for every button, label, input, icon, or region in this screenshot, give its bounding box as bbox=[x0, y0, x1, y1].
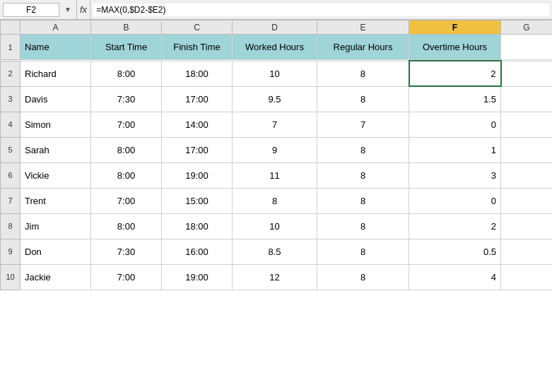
cell-overtime-hours[interactable]: 0 bbox=[409, 188, 501, 213]
row-num-8: 8 bbox=[1, 213, 20, 239]
cell-worked-hours[interactable]: 12 bbox=[233, 264, 317, 290]
col-header-c[interactable]: C bbox=[162, 20, 233, 35]
cell-finish-time[interactable]: 18:00 bbox=[162, 61, 233, 86]
header-name[interactable]: Name bbox=[20, 35, 91, 60]
cell-finish-time[interactable]: 19:00 bbox=[162, 264, 233, 290]
row-num-5: 5 bbox=[1, 137, 20, 162]
cell-start-time[interactable]: 8:00 bbox=[91, 162, 162, 188]
header-worked-hours[interactable]: Worked Hours bbox=[233, 35, 317, 60]
col-header-g[interactable]: G bbox=[501, 20, 553, 35]
cell-name[interactable]: Jackie bbox=[20, 264, 91, 290]
cell-name[interactable]: Jim bbox=[20, 213, 91, 239]
cell-name[interactable]: Sarah bbox=[20, 137, 91, 162]
cell-finish-time[interactable]: 18:00 bbox=[162, 213, 233, 239]
cell-name[interactable]: Richard bbox=[20, 61, 91, 86]
header-finish-time[interactable]: Finish Time bbox=[162, 35, 233, 60]
cell-regular-hours[interactable]: 8 bbox=[317, 162, 409, 188]
name-box[interactable] bbox=[3, 3, 59, 17]
cell-start-time[interactable]: 8:00 bbox=[91, 61, 162, 86]
cell-worked-hours[interactable]: 8 bbox=[233, 188, 317, 213]
col-header-d[interactable]: D bbox=[233, 20, 317, 35]
cell-finish-time[interactable]: 16:00 bbox=[162, 239, 233, 264]
fx-label: fx bbox=[76, 0, 90, 19]
cell-empty bbox=[501, 86, 553, 112]
cell-worked-hours[interactable]: 8.5 bbox=[233, 239, 317, 264]
header-overtime-hours[interactable]: Overtime Hours bbox=[409, 35, 501, 60]
cell-name[interactable]: Don bbox=[20, 239, 91, 264]
cell-overtime-hours[interactable]: 4 bbox=[409, 264, 501, 290]
cell-worked-hours[interactable]: 9.5 bbox=[233, 86, 317, 112]
cell-start-time[interactable]: 7:00 bbox=[91, 112, 162, 137]
cell-regular-hours[interactable]: 8 bbox=[317, 61, 409, 86]
cell-name[interactable]: Davis bbox=[20, 86, 91, 112]
header-row: 1 Name Start Time Finish Time Worked Hou… bbox=[1, 35, 553, 60]
cell-finish-time[interactable]: 15:00 bbox=[162, 188, 233, 213]
spreadsheet: A B C D E F G 1 Name Start Time Finish T… bbox=[0, 20, 552, 290]
cell-overtime-hours[interactable]: 3 bbox=[409, 162, 501, 188]
cell-finish-time[interactable]: 17:00 bbox=[162, 86, 233, 112]
cell-regular-hours[interactable]: 8 bbox=[317, 137, 409, 162]
row-num-2: 2 bbox=[1, 61, 20, 86]
column-header-row: A B C D E F G bbox=[1, 20, 553, 35]
cell-worked-hours[interactable]: 10 bbox=[233, 213, 317, 239]
cell-finish-time[interactable]: 14:00 bbox=[162, 112, 233, 137]
cell-regular-hours[interactable]: 8 bbox=[317, 188, 409, 213]
cell-empty bbox=[501, 137, 553, 162]
cell-name[interactable]: Vickie bbox=[20, 162, 91, 188]
cell-empty bbox=[501, 61, 553, 86]
table-row: 3Davis7:3017:009.581.5 bbox=[1, 86, 553, 112]
cell-start-time[interactable]: 7:30 bbox=[91, 86, 162, 112]
header-regular-hours[interactable]: Regular Hours bbox=[317, 35, 409, 60]
cell-empty bbox=[501, 188, 553, 213]
cell-regular-hours[interactable]: 8 bbox=[317, 213, 409, 239]
row-num-3: 3 bbox=[1, 86, 20, 112]
row-num-4: 4 bbox=[1, 112, 20, 137]
cell-overtime-hours[interactable]: 2 bbox=[409, 213, 501, 239]
header-start-time[interactable]: Start Time bbox=[91, 35, 162, 60]
cell-empty bbox=[501, 112, 553, 137]
cell-start-time[interactable]: 7:00 bbox=[91, 188, 162, 213]
col-header-row bbox=[1, 20, 20, 35]
cell-regular-hours[interactable]: 7 bbox=[317, 112, 409, 137]
cell-overtime-hours[interactable]: 0.5 bbox=[409, 239, 501, 264]
table-row: 2Richard8:0018:001082 bbox=[1, 61, 553, 86]
col-header-e[interactable]: E bbox=[317, 20, 409, 35]
formula-input[interactable]: =MAX(0,$D2-$E2) bbox=[93, 4, 549, 16]
cell-finish-time[interactable]: 17:00 bbox=[162, 137, 233, 162]
cell-name[interactable]: Simon bbox=[20, 112, 91, 137]
cell-start-time[interactable]: 8:00 bbox=[91, 137, 162, 162]
table-row: 5Sarah8:0017:00981 bbox=[1, 137, 553, 162]
cell-start-time[interactable]: 7:30 bbox=[91, 239, 162, 264]
row-num-9: 9 bbox=[1, 239, 20, 264]
table-row: 9Don7:3016:008.580.5 bbox=[1, 239, 553, 264]
col-header-a[interactable]: A bbox=[20, 20, 91, 35]
cell-overtime-hours[interactable]: 1.5 bbox=[409, 86, 501, 112]
table-row: 7Trent7:0015:00880 bbox=[1, 188, 553, 213]
cell-finish-time[interactable]: 19:00 bbox=[162, 162, 233, 188]
cell-empty bbox=[501, 162, 553, 188]
cell-worked-hours[interactable]: 10 bbox=[233, 61, 317, 86]
row-num-10: 10 bbox=[1, 264, 20, 290]
cell-start-time[interactable]: 7:00 bbox=[91, 264, 162, 290]
row-num-6: 6 bbox=[1, 162, 20, 188]
table-row: 4Simon7:0014:00770 bbox=[1, 112, 553, 137]
table-row: 6Vickie8:0019:001183 bbox=[1, 162, 553, 188]
cell-regular-hours[interactable]: 8 bbox=[317, 239, 409, 264]
table-row: 10Jackie7:0019:001284 bbox=[1, 264, 553, 290]
cell-regular-hours[interactable]: 8 bbox=[317, 86, 409, 112]
col-header-f[interactable]: F bbox=[409, 20, 501, 35]
header-empty bbox=[501, 35, 553, 60]
cell-worked-hours[interactable]: 7 bbox=[233, 112, 317, 137]
table-row: 8Jim8:0018:001082 bbox=[1, 213, 553, 239]
cell-overtime-hours[interactable]: 2 bbox=[409, 61, 501, 86]
cell-regular-hours[interactable]: 8 bbox=[317, 264, 409, 290]
cell-overtime-hours[interactable]: 1 bbox=[409, 137, 501, 162]
cell-empty bbox=[501, 264, 553, 290]
cell-start-time[interactable]: 8:00 bbox=[91, 213, 162, 239]
col-header-b[interactable]: B bbox=[91, 20, 162, 35]
cell-worked-hours[interactable]: 11 bbox=[233, 162, 317, 188]
cell-worked-hours[interactable]: 9 bbox=[233, 137, 317, 162]
cell-name[interactable]: Trent bbox=[20, 188, 91, 213]
dropdown-arrow-icon[interactable]: ▼ bbox=[62, 6, 74, 13]
cell-overtime-hours[interactable]: 0 bbox=[409, 112, 501, 137]
